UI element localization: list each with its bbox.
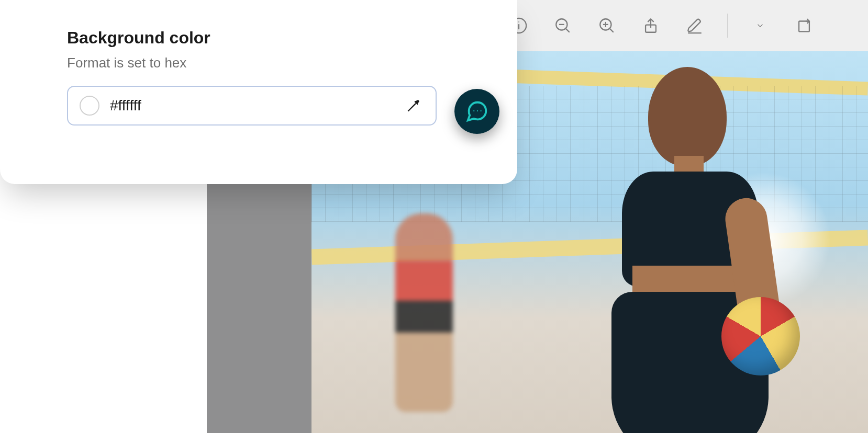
svg-point-13 xyxy=(473,110,474,111)
chat-bubble-button[interactable] xyxy=(454,89,499,134)
share-icon[interactable] xyxy=(639,14,662,37)
svg-point-15 xyxy=(481,110,482,111)
color-input-group[interactable] xyxy=(67,86,437,126)
foreground-player xyxy=(591,67,779,433)
svg-line-4 xyxy=(566,29,570,32)
volleyball xyxy=(721,297,800,375)
background-player xyxy=(395,213,453,412)
crop-rotate-icon[interactable] xyxy=(793,14,816,37)
zoom-in-icon[interactable] xyxy=(595,14,618,37)
background-color-popover: Background color Format is set to hex xyxy=(0,0,517,184)
svg-point-14 xyxy=(477,110,478,111)
chevron-down-icon[interactable] xyxy=(749,14,772,37)
eyedropper-icon[interactable] xyxy=(403,95,424,116)
hex-color-input[interactable] xyxy=(110,97,393,114)
popover-subtitle: Format is set to hex xyxy=(67,55,454,71)
edit-pencil-icon[interactable] xyxy=(683,14,706,37)
svg-line-7 xyxy=(610,29,614,32)
svg-point-2 xyxy=(518,21,519,22)
zoom-out-icon[interactable] xyxy=(551,14,574,37)
toolbar-divider xyxy=(727,14,728,38)
popover-title: Background color xyxy=(67,28,454,48)
color-swatch[interactable] xyxy=(80,96,99,116)
